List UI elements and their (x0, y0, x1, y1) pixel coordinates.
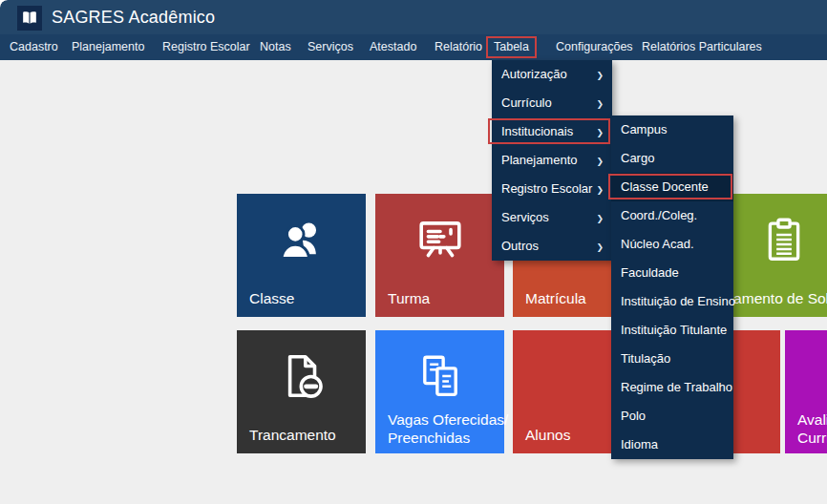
tile-label: Classe (249, 290, 294, 307)
tile-vagas-oferecidas[interactable]: Vagas Oferecidas/Preenchidas (375, 330, 504, 453)
submenu-item-nucleo-acad[interactable]: Núcleo Acad. (611, 230, 733, 259)
institucionais-submenu: Campus Cargo Classe Docente Coord./Coleg… (611, 116, 733, 459)
menu-planejamento[interactable]: Planejamento (72, 34, 144, 60)
titlebar: SAGRES Acadêmico (0, 0, 827, 34)
submenu-item-instituicao-titulante[interactable]: Instituição Titulante (611, 316, 733, 345)
tile-turma[interactable]: Turma (375, 194, 504, 317)
tile-label: Matrícula (525, 290, 586, 307)
menu-item-curriculo[interactable]: Currículo❯ (492, 89, 612, 117)
submenu-item-regime-trabalho[interactable]: Regime de Trabalho (611, 373, 733, 402)
menu-notas[interactable]: Notas (260, 34, 291, 60)
document-minus-icon (276, 350, 328, 406)
tile-label: Turma (388, 290, 430, 307)
chevron-right-icon: ❯ (596, 118, 604, 147)
whiteboard-icon (414, 214, 466, 269)
tile-label: Alunos (525, 427, 570, 444)
chevron-right-icon: ❯ (596, 176, 604, 204)
app-title: SAGRES Acadêmico (52, 8, 215, 28)
open-book-icon (17, 6, 42, 31)
menu-cadastro[interactable]: Cadastro (10, 34, 58, 60)
submenu-item-idioma[interactable]: Idioma (611, 430, 733, 459)
chevron-right-icon: ❯ (596, 147, 604, 176)
menu-item-planejamento[interactable]: Planejamento❯ (492, 146, 612, 175)
menubar: Cadastro Planejamento Registro Escolar N… (0, 34, 827, 60)
people-icon (276, 214, 328, 269)
menu-item-institucionais[interactable]: Institucionais❯ (492, 117, 612, 146)
submenu-item-cargo[interactable]: Cargo (611, 144, 733, 173)
menu-item-servicos[interactable]: Serviços❯ (492, 203, 612, 232)
documents-icon (414, 350, 466, 406)
submenu-item-instituicao-ensino[interactable]: Instituição de Ensino (611, 287, 733, 316)
submenu-item-faculdade[interactable]: Faculdade (611, 259, 733, 287)
chevron-right-icon: ❯ (596, 90, 604, 118)
menu-tabela[interactable]: Tabela (494, 34, 529, 60)
tile-label: Vagas Oferecidas/Preenchidas (388, 410, 508, 447)
clipboard-icon (821, 350, 827, 406)
submenu-item-coord-coleg[interactable]: Coord./Coleg. (611, 201, 733, 230)
clipboard-icon (758, 214, 810, 269)
menu-item-outros[interactable]: Outros❯ (492, 232, 612, 261)
menu-atestado[interactable]: Atestado (370, 34, 416, 60)
tile-avaliacao-curricular[interactable]: AvaliaçãoCurricular (785, 330, 827, 453)
submenu-item-titulacao[interactable]: Titulação (611, 345, 733, 373)
tabela-dropdown-menu: Autorização❯ Currículo❯ Institucionais❯ … (492, 60, 612, 261)
chevron-right-icon: ❯ (596, 233, 604, 262)
menu-registro-escolar[interactable]: Registro Escolar (162, 34, 250, 60)
menu-relatorios-particulares[interactable]: Relatórios Particulares (642, 34, 762, 60)
menu-configuracoes[interactable]: Configurações (556, 34, 633, 60)
menu-item-registro-escolar[interactable]: Registro Escolar❯ (492, 175, 612, 203)
app-window: SAGRES Acadêmico Cadastro Planejamento R… (0, 0, 827, 504)
tile-label: AvaliaçãoCurricular (797, 410, 827, 447)
submenu-item-classe-docente[interactable]: Classe Docente (611, 173, 733, 201)
menu-item-autorizacao[interactable]: Autorização❯ (492, 60, 612, 89)
submenu-item-campus[interactable]: Campus (611, 116, 733, 144)
tile-label: Trancamento (249, 427, 336, 444)
tile-classe[interactable]: Classe (237, 194, 366, 317)
submenu-item-polo[interactable]: Polo (611, 402, 733, 430)
menu-relatorio[interactable]: Relatório (435, 34, 482, 60)
menu-servicos[interactable]: Serviços (307, 34, 353, 60)
tile-trancamento[interactable]: Trancamento (237, 330, 366, 453)
chevron-right-icon: ❯ (596, 61, 604, 90)
chevron-right-icon: ❯ (596, 204, 604, 233)
